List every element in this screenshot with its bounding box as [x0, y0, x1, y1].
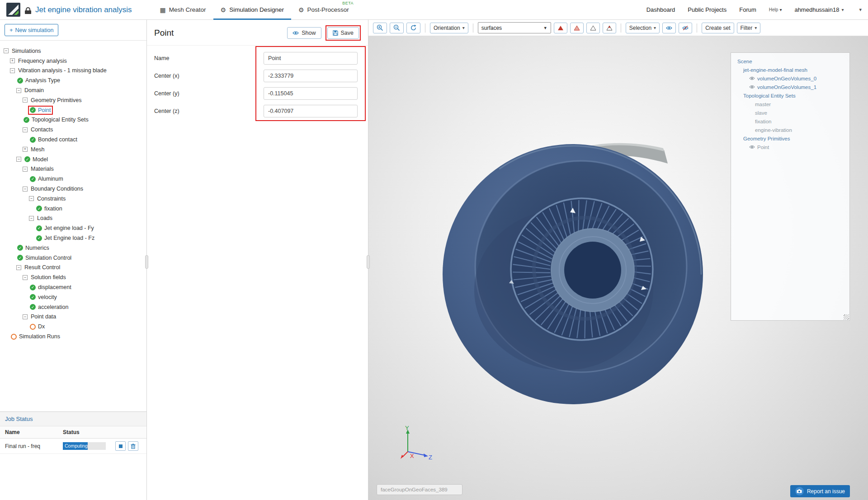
stop-job-button[interactable]	[115, 441, 126, 451]
tree-item[interactable]: Jet Engine load - Fz	[0, 233, 146, 243]
zoom-out-button[interactable]	[390, 23, 404, 33]
show-hidden-button[interactable]	[662, 23, 676, 33]
scene-tree-item[interactable]: engine-vibration	[735, 126, 846, 134]
facegroup-name-input[interactable]	[377, 484, 462, 495]
scene-tree-item[interactable]: fixation	[735, 117, 846, 126]
panel-resize-grip[interactable]	[844, 314, 849, 320]
tree-item[interactable]: Result Control	[0, 263, 146, 273]
nav-link[interactable]: Dashboard▾	[646, 6, 675, 13]
tree-item[interactable]: Topological Entity Sets	[0, 115, 146, 125]
nav-link[interactable]: Public Projects▾	[688, 6, 726, 13]
tree-item[interactable]: Constraints	[0, 194, 146, 204]
tree-item[interactable]: Frequency analysis	[0, 56, 146, 66]
collapse-icon[interactable]	[29, 216, 34, 221]
field-input[interactable]	[264, 52, 358, 65]
expand-icon[interactable]	[10, 58, 15, 63]
tree-item[interactable]: acceleration	[0, 302, 146, 312]
eye-icon[interactable]	[749, 76, 755, 80]
viewer-canvas[interactable]: Scene jet-engine-model-final mesh	[368, 36, 868, 500]
scene-tree-item[interactable]: master	[735, 100, 846, 108]
surface-display-select[interactable]: surfaces ▼	[478, 22, 551, 33]
collapse-icon[interactable]	[16, 157, 21, 162]
collapse-icon[interactable]	[16, 88, 21, 93]
scene-item-label: jet-engine-model-final mesh	[743, 67, 807, 73]
tree-item[interactable]: Simulations	[0, 46, 146, 56]
collapse-icon[interactable]	[16, 265, 21, 270]
collapse-icon[interactable]	[23, 314, 28, 319]
tree-item[interactable]: Point	[0, 105, 146, 115]
tree-item[interactable]: Analysis Type	[0, 75, 146, 85]
nav-link[interactable]: Forum▾	[739, 6, 756, 13]
sidebar-resize-handle[interactable]	[145, 255, 148, 269]
collapse-icon[interactable]	[23, 167, 28, 172]
tree-item[interactable]: Mesh	[0, 145, 146, 154]
tree-item[interactable]: Point data	[0, 312, 146, 322]
tree-item[interactable]: Simulation Runs	[0, 332, 146, 341]
tree-item[interactable]: fixation	[0, 204, 146, 214]
collapse-icon[interactable]	[23, 98, 28, 103]
eye-icon[interactable]	[749, 85, 755, 89]
tree-item[interactable]: Domain	[0, 85, 146, 95]
orientation-dropdown[interactable]: Orientation ▾	[430, 23, 468, 33]
tree-item[interactable]: Model	[0, 154, 146, 164]
filter-dropdown[interactable]: Filter ▾	[737, 23, 761, 33]
scene-tree-item[interactable]: slave	[735, 108, 846, 117]
scene-tree-item[interactable]: volumeOnGeoVolumes_0	[735, 74, 846, 83]
check-icon	[30, 176, 36, 182]
header-tab[interactable]: ⚙ Simulation Designer	[213, 0, 291, 20]
invert-visibility-button[interactable]	[586, 23, 600, 33]
tree-item[interactable]: Simulation Control	[0, 253, 146, 263]
tree-item[interactable]: Bonded contact	[0, 135, 146, 145]
header-tab[interactable]: ⚙ Post-Processor BETA	[291, 0, 356, 20]
hide-faces-button[interactable]	[554, 23, 567, 33]
nav-link[interactable]: Help▾	[769, 7, 782, 12]
report-issue-button[interactable]: Report an issue	[790, 485, 850, 497]
tree-item[interactable]: Loads	[0, 214, 146, 224]
scene-tree-item[interactable]: volumeOnGeoVolumes_1	[735, 83, 846, 91]
save-button[interactable]: Save	[327, 27, 359, 39]
show-button[interactable]: Show	[287, 27, 321, 39]
tree-item[interactable]: Solution fields	[0, 272, 146, 282]
field-input[interactable]	[264, 70, 358, 82]
tree-item[interactable]: Contacts	[0, 125, 146, 135]
selection-dropdown[interactable]: Selection ▾	[626, 23, 660, 33]
tree-item[interactable]: Vibration analysis - 1 missing blade	[0, 66, 146, 76]
show-all-faces-button[interactable]	[603, 23, 616, 33]
app-logo-icon[interactable]	[6, 3, 20, 17]
scene-tree-item[interactable]: Point	[735, 143, 846, 151]
delete-job-button[interactable]	[128, 441, 138, 451]
collapse-icon[interactable]	[23, 127, 28, 132]
tree-item[interactable]: Materials	[0, 164, 146, 174]
scene-tree-item[interactable]: Topological Entity Sets	[735, 91, 846, 100]
collapse-icon[interactable]	[23, 187, 28, 192]
user-menu[interactable]: ahmedhussain18 ▾	[794, 6, 844, 13]
collapse-icon[interactable]	[10, 68, 15, 73]
collapse-icon[interactable]	[23, 275, 28, 280]
scene-tree-item[interactable]: Geometry Primitives	[735, 134, 846, 143]
header-collapse-caret-icon[interactable]: ▾	[859, 7, 862, 13]
collapse-icon[interactable]	[4, 48, 9, 53]
tree-item[interactable]: Dx	[0, 322, 146, 332]
field-input[interactable]	[264, 105, 358, 117]
show-faces-button[interactable]	[570, 23, 584, 33]
field-input[interactable]	[264, 87, 358, 100]
expand-icon[interactable]	[23, 147, 28, 152]
tree-item[interactable]: Geometry Primitives	[0, 95, 146, 105]
panel-resize-handle[interactable]	[367, 255, 370, 269]
tree-item[interactable]: displacement	[0, 282, 146, 292]
hide-selected-button[interactable]	[679, 23, 692, 33]
scene-tree-item[interactable]: Scene	[735, 57, 846, 65]
tree-item[interactable]: Jet engine load - Fy	[0, 223, 146, 233]
new-simulation-button[interactable]: New simulation	[5, 24, 58, 36]
scene-tree-item[interactable]: jet-engine-model-final mesh	[735, 65, 846, 74]
refresh-view-button[interactable]	[406, 23, 420, 33]
tree-item[interactable]: velocity	[0, 292, 146, 302]
create-set-button[interactable]: Create set	[702, 23, 734, 33]
eye-icon[interactable]	[749, 145, 755, 149]
header-tab[interactable]: ▦ Mesh Creator	[153, 0, 213, 20]
tree-item[interactable]: Boundary Conditions	[0, 184, 146, 194]
tree-item[interactable]: Aluminum	[0, 174, 146, 184]
collapse-icon[interactable]	[29, 196, 34, 201]
tree-item[interactable]: Numerics	[0, 243, 146, 253]
zoom-in-button[interactable]	[373, 23, 387, 33]
